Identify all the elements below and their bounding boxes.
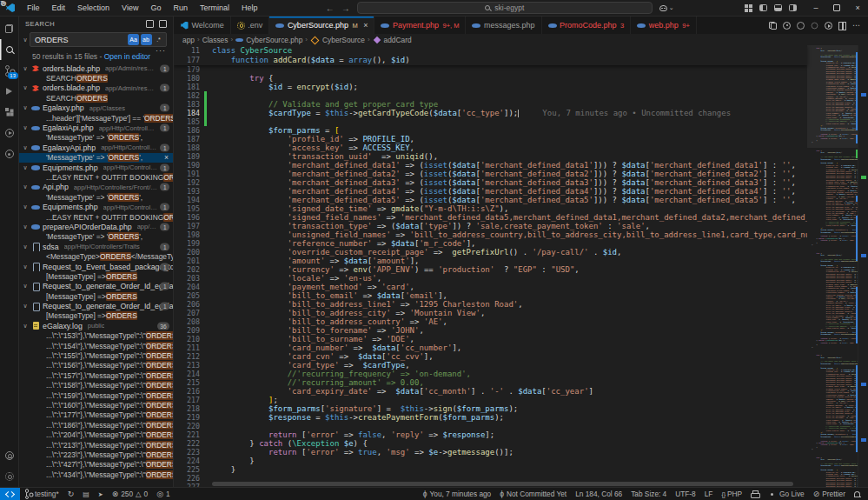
toggle-sidebar-icon[interactable] [759,4,767,11]
search-result-match[interactable]: ...\":\"154\"},\"MessageType\":\"ORDERS\… [19,341,173,350]
search-result-match[interactable]: 'MessageType' => 'ORDERS',× [19,153,173,163]
copilot-menu[interactable]: ⌄ [659,4,674,11]
search-result-file[interactable]: ∨sdsaapp/Http/Controllers/Traits1 [19,242,173,251]
activity-settings[interactable] [0,466,19,487]
code-line[interactable]: 184 $cardType = $this->getCardTypeCode($… [174,109,807,117]
menu-file[interactable]: File [21,2,46,14]
search-result-match[interactable]: ...\":\"427\"},\"MessageType\":\"ORDERS\… [19,460,173,470]
breadcrumb-item[interactable]: app [182,36,195,44]
chevron-down-icon[interactable]: ∨ [22,104,29,111]
search-result-file[interactable]: ∨Request_to_generate_Order_Id_egalaxy...… [19,282,173,291]
breadcrumb-item[interactable]: addCard [384,36,412,44]
search-result-match[interactable]: [MessageType] => ORDERS [19,271,173,281]
code-line[interactable]: 220 [174,422,807,430]
search-result-match[interactable]: SEARCH ORDERS [19,93,173,103]
search-result-file[interactable]: ∨eGalaxy.logpublic36 [19,321,173,330]
search-result-file[interactable]: ∨Egalaxy.phpapp/Classes1 [19,103,173,113]
activity-search[interactable] [0,39,19,60]
branch-status[interactable]: testing* [20,488,63,500]
chevron-down-icon[interactable]: ∨ [22,223,29,230]
search-input[interactable]: ORDERS Aa ab .* [30,32,167,47]
minimap-slider[interactable] [807,45,858,148]
problems-status[interactable]: 250 0 [108,488,153,500]
code-line[interactable]: 216 'card_expiry_date' => $data['cc_mont… [174,387,807,396]
extension-layers-status[interactable] [78,488,94,500]
minimap[interactable]: try { $id = encrypt($id); // Validate an… [807,45,858,487]
toggle-search-details-icon[interactable]: ··· [156,46,166,55]
expand-chevron-icon[interactable]: ∨ [21,37,30,43]
code-line[interactable]: 202 'currency' => env('APP_ENV') == 'pro… [174,265,807,274]
code-line[interactable]: 211 'card_number' => $data['cc_number'], [174,343,807,352]
open-in-editor-link[interactable]: Open in editor [104,52,150,61]
search-result-match[interactable]: ...\":\"223\"},\"MessageType\":\"ORDERS\… [19,450,173,459]
code-line[interactable]: 189 'transaction_uuid' => uniqid(), [174,152,807,161]
search-result-match[interactable]: 'MessageType' => 'ORDERS', [19,133,173,143]
code-line[interactable]: 199 'reference_number' => $data['m_r_cod… [174,239,807,248]
go-live-status[interactable]: Go Live [763,488,809,500]
tab-web-php[interactable]: web.php9+ [631,17,697,34]
code-line[interactable]: 222 } catch (\Exception $e) { [174,439,807,448]
regex-toggle[interactable]: .* [153,34,164,45]
search-result-file[interactable]: ∨Api.phpapp/Http/Controllers/Front/Omni1 [19,183,173,192]
toggle-panel-icon[interactable] [774,4,782,11]
minimize-icon[interactable]: – [805,0,826,16]
breadcrumb-item[interactable]: Classes [202,36,229,44]
circle-icon[interactable] [797,22,805,30]
search-result-file[interactable]: ∨prepareAPIOrderData.phpapp/Http/Contr..… [19,222,173,231]
code-line[interactable]: 221 return ['error' => false, 'reply' =>… [174,430,807,439]
search-result-file[interactable]: ∨orders.blade.phpapp/Admin/resources/vie… [19,63,173,73]
code-line[interactable]: 205 'bill_to_email' => $data['email'], [174,291,807,300]
commit-status[interactable]: Not Committed Yet [495,488,571,500]
customize-layout-icon[interactable] [745,4,752,11]
code-line[interactable]: 225 } [174,465,807,474]
search-result-match[interactable]: ...\":\"158\"},\"MessageType\":\"ORDERS\… [19,381,173,390]
code-line[interactable]: 200 'override_custom_receipt_page' => ge… [174,248,807,257]
collapse-all-icon[interactable] [159,20,167,28]
code-line[interactable]: 191 'merchant_defined_data2' => (isset($… [174,170,807,178]
activity-source-control[interactable]: 13 [0,60,19,81]
code-line[interactable]: 203 'locale' => 'en-us', [174,274,807,283]
chevron-down-icon[interactable]: ∨ [22,203,29,210]
code-line[interactable]: 179 [174,65,807,74]
split-icon[interactable] [838,22,846,30]
search-result-file[interactable]: ∨EgalaxiApi.phpapp/Http/Controllers/Fron… [19,123,173,132]
code-line[interactable]: 213 'card_type' => $cardType, [174,361,807,370]
code-line[interactable]: 223 return ['error' => true, 'msg' => $e… [174,448,807,457]
breadcrumb-item[interactable]: CyberSource [322,36,365,44]
menu-run[interactable]: Run [167,2,194,14]
whole-word-toggle[interactable]: ab [141,34,152,45]
search-result-file[interactable]: ∨Request_to_generate_Order_Id_egalaxy...… [19,301,173,310]
code-line[interactable]: 181 $id = encrypt($id); [174,83,807,91]
search-result-file[interactable]: ∨EgalaxyApi.phpapp/Http/Controllers/Fron… [19,143,173,152]
search-result-file[interactable]: ∨Equipments.phpapp/Http/Controllers/Fron… [19,163,173,172]
search-result-match[interactable]: ...\":\"213\"},\"MessageType\":\"ORDERS\… [19,440,173,450]
code-line[interactable]: 224 } [174,457,807,465]
cursor-position[interactable]: Ln 184, Col 66 [571,488,626,500]
extension-send-status[interactable] [94,488,108,500]
search-result-file[interactable]: ∨Equipments.phpapp/Http/Controllers/Fron… [19,202,173,211]
code-editor[interactable]: 11class CyberSource177 function addCard(… [174,45,868,487]
chevron-down-icon[interactable]: ∨ [22,164,29,171]
remote-indicator[interactable] [0,488,20,500]
tab-welcome[interactable]: Welcome [174,17,231,34]
encoding-status[interactable]: UTF-8 [671,488,700,500]
activity-explorer[interactable] [0,18,19,39]
search-result-file[interactable]: ∨Request_to_Event_based_package_to_Eg...… [19,262,173,271]
code-line[interactable]: 192 'merchant_defined_data3' => (isset($… [174,178,807,187]
restore-icon[interactable] [826,0,847,16]
chevron-down-icon[interactable]: ∨ [22,303,29,310]
code-line[interactable]: 206 'bill_to_address_line1' => '1295 Cha… [174,300,807,309]
activity-account[interactable] [0,445,19,466]
search-result-match[interactable]: 'MessageType' => 'ORDERS', [19,232,173,242]
code-line[interactable]: 194 'merchant_defined_data5' => (isset($… [174,196,807,204]
open-search-editor-icon[interactable] [146,20,154,28]
port-status[interactable]: 1 [152,488,174,500]
indentation-status[interactable]: Tab Size: 4 [626,488,671,500]
tab-promocode-php[interactable]: PromoCode.php3 [542,17,632,34]
search-result-match[interactable]: ...\":\"204\"},\"MessageType\":\"ORDERS\… [19,430,173,439]
code-line[interactable]: 193 'merchant_defined_data4' => (isset($… [174,187,807,196]
search-result-match[interactable]: ...\":\"156\"},\"MessageType\":\"ORDERS\… [19,361,173,370]
activity-live-server[interactable] [0,123,19,143]
search-result-match[interactable]: ...\":\"434\"},\"MessageType\":\"ORDERS\… [19,470,173,479]
code-line[interactable]: 188 'access_key' => ACCESS_KEY, [174,143,807,152]
